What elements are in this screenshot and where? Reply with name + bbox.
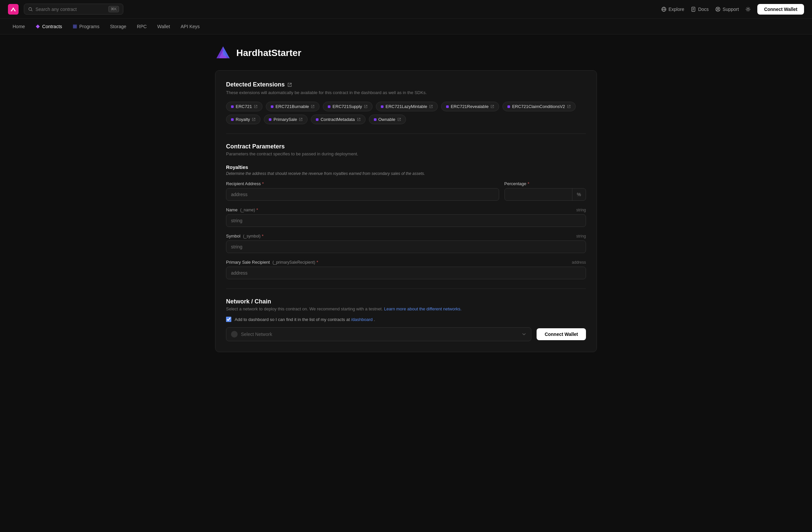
name-field-group: Name (_name) * string xyxy=(226,207,586,227)
sun-icon xyxy=(745,6,751,12)
extension-erc721[interactable]: ERC721 xyxy=(226,102,262,111)
name-input[interactable] xyxy=(226,214,586,227)
network-select-text: Select Network xyxy=(241,331,518,337)
network-learn-more-link[interactable]: Learn more about the different networks. xyxy=(384,307,462,311)
svg-line-11 xyxy=(719,8,720,9)
extension-ownable[interactable]: Ownable xyxy=(369,115,406,124)
project-logo xyxy=(215,45,231,61)
network-select-icon xyxy=(231,331,238,338)
subnav-item-programs[interactable]: Programs xyxy=(68,21,104,32)
network-select[interactable]: Select Network xyxy=(226,327,531,341)
svg-line-37 xyxy=(399,118,400,120)
svg-rect-24 xyxy=(73,25,77,26)
svg-line-31 xyxy=(431,105,432,107)
svg-point-10 xyxy=(717,8,719,10)
royalties-title: Royalties xyxy=(226,164,586,170)
svg-line-13 xyxy=(719,10,720,11)
support-icon xyxy=(715,6,721,12)
symbol-type: string xyxy=(576,234,586,238)
svg-line-34 xyxy=(253,118,255,120)
sub-navigation: Home Contracts Programs Storage RPC Wall… xyxy=(0,18,812,34)
svg-line-32 xyxy=(492,105,494,107)
ext-external-icon-6 xyxy=(567,105,571,108)
network-select-row: Select Network Connect Wallet xyxy=(226,327,586,341)
extension-contractmetadata[interactable]: ContractMetadata xyxy=(311,115,365,124)
svg-line-21 xyxy=(749,10,750,11)
extension-erc721revealable[interactable]: ERC721Revealable xyxy=(441,102,499,111)
svg-line-14 xyxy=(716,8,717,9)
dashboard-checkbox-label[interactable]: Add to dashboard so I can find it in the… xyxy=(235,317,375,322)
search-icon xyxy=(28,7,33,12)
name-label-row: Name (_name) * string xyxy=(226,207,586,212)
dashboard-checkbox-row: Add to dashboard so I can find it in the… xyxy=(226,317,586,322)
theme-toggle[interactable] xyxy=(745,6,751,12)
recipient-address-label: Recipient Address * xyxy=(226,181,499,186)
svg-point-15 xyxy=(747,8,749,10)
percentage-field: Percentage * 0.00 % xyxy=(505,181,586,201)
percentage-input[interactable]: 0.00 xyxy=(505,189,572,201)
extension-erc721supply[interactable]: ERC721Supply xyxy=(323,102,373,111)
main-content: HardhatStarter Detected Extensions These… xyxy=(207,34,605,363)
svg-line-23 xyxy=(746,10,747,11)
detected-extensions-subtitle: These extensions will automatically be a… xyxy=(226,90,586,95)
connect-wallet-deploy-button[interactable]: Connect Wallet xyxy=(537,328,586,340)
primary-sale-label-row: Primary Sale Recipient (_primarySaleReci… xyxy=(226,260,586,265)
ext-external-icon-8 xyxy=(299,118,303,121)
subnav-item-contracts[interactable]: Contracts xyxy=(31,21,67,32)
chevron-down-icon xyxy=(522,332,526,337)
contract-params-subtitle: Parameters the contract specifies to be … xyxy=(226,151,586,156)
svg-line-20 xyxy=(746,8,747,8)
bars-icon xyxy=(73,24,77,29)
symbol-input[interactable] xyxy=(226,240,586,253)
extension-erc721burnable[interactable]: ERC721Burnable xyxy=(266,102,319,111)
subnav-item-rpc[interactable]: RPC xyxy=(132,21,151,32)
ext-external-icon-9 xyxy=(357,118,361,121)
search-input[interactable] xyxy=(35,6,106,12)
ext-external-icon-7 xyxy=(252,118,256,121)
svg-line-35 xyxy=(301,118,302,120)
extensions-grid: ERC721 ERC721Burnable ERC721Supply ERC72… xyxy=(226,102,586,124)
network-section: Network / Chain Select a network to depl… xyxy=(226,298,586,341)
support-link[interactable]: Support xyxy=(715,6,739,12)
dashboard-link[interactable]: /dashboard xyxy=(351,317,373,322)
recipient-address-input[interactable] xyxy=(226,188,499,201)
ext-external-icon xyxy=(254,105,258,108)
name-type: string xyxy=(576,208,586,212)
external-link-icon xyxy=(287,83,292,87)
extension-primarysale[interactable]: PrimarySale xyxy=(264,115,307,124)
connect-wallet-button[interactable]: Connect Wallet xyxy=(757,4,804,15)
topnav-left: ⌘K xyxy=(8,4,123,15)
svg-line-28 xyxy=(256,105,257,107)
subnav-item-storage[interactable]: Storage xyxy=(105,21,131,32)
subnav-item-apikeys[interactable]: API Keys xyxy=(176,21,204,32)
primary-sale-type: address xyxy=(572,260,586,265)
primary-sale-input[interactable] xyxy=(226,267,586,279)
percentage-input-wrap: 0.00 % xyxy=(505,188,586,201)
ext-external-icon-2 xyxy=(311,105,315,108)
explore-link[interactable]: Explore xyxy=(661,6,684,12)
primary-sale-label: Primary Sale Recipient (_primarySaleReci… xyxy=(226,260,318,265)
page-header: HardhatStarter xyxy=(215,45,597,61)
diamond-icon xyxy=(35,24,40,29)
top-navigation: ⌘K Explore Docs xyxy=(0,0,812,18)
page-title: HardhatStarter xyxy=(236,48,301,58)
app-logo[interactable] xyxy=(8,4,18,15)
percentage-label: Percentage * xyxy=(505,181,586,186)
extension-royalty[interactable]: Royalty xyxy=(226,115,261,124)
svg-line-36 xyxy=(358,118,360,120)
ext-external-icon-10 xyxy=(397,118,401,121)
royalties-group: Royalties Determine the address that sho… xyxy=(226,164,586,201)
subnav-item-wallet[interactable]: Wallet xyxy=(153,21,175,32)
subnav-item-home[interactable]: Home xyxy=(8,21,29,32)
ext-external-icon-4 xyxy=(429,105,433,108)
detected-extensions-title: Detected Extensions xyxy=(226,81,586,88)
svg-line-33 xyxy=(568,105,570,107)
ext-external-icon-5 xyxy=(491,105,494,108)
extension-erc721lazymintable[interactable]: ERC721LazyMintable xyxy=(376,102,438,111)
docs-link[interactable]: Docs xyxy=(691,6,709,12)
extension-erc721claimconditionsv2[interactable]: ERC721ClaimConditionsV2 xyxy=(503,102,576,111)
dashboard-checkbox[interactable] xyxy=(226,317,231,322)
svg-rect-25 xyxy=(73,26,77,27)
royalties-form-row: Recipient Address * Percentage * 0.00 % xyxy=(226,181,586,201)
search-box[interactable]: ⌘K xyxy=(24,4,123,15)
